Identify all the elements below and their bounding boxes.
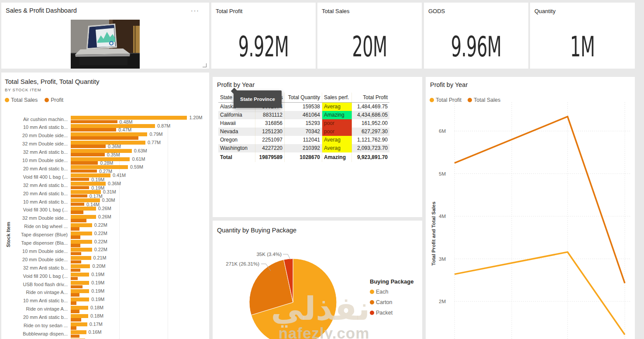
- bar-category-label: 20 mm Double side...: [1, 133, 68, 138]
- sales-bar[interactable]: [71, 207, 96, 211]
- sales-bar[interactable]: [71, 330, 86, 334]
- profit-bar[interactable]: [71, 145, 106, 148]
- kpi-card-gods[interactable]: GODS 9.96M: [424, 3, 528, 69]
- line-series-total-profit[interactable]: [455, 252, 625, 335]
- profit-bar[interactable]: [71, 244, 80, 247]
- more-options-icon[interactable]: ···: [191, 7, 200, 14]
- sales-bar[interactable]: [71, 248, 92, 252]
- sales-perf-cell: Amazing: [322, 111, 352, 119]
- sales-value-label: 0.61M: [132, 157, 145, 162]
- sales-bar[interactable]: [71, 215, 96, 219]
- bar-category-label: Ride on vintage A...: [1, 290, 68, 295]
- legend-dot-icon: [370, 311, 374, 315]
- bar-category-label: 20 mm Anti static b...: [1, 166, 68, 172]
- profit-bar[interactable]: [71, 227, 79, 231]
- sales-bar[interactable]: [71, 173, 110, 177]
- bar-category-label: 20 mm Anti static b...: [1, 191, 68, 197]
- profit-bar[interactable]: [71, 153, 105, 156]
- tooltip-text: State Province: [240, 97, 275, 102]
- sales-bar[interactable]: [71, 322, 87, 326]
- bar-category-label: USB food flash driv...: [1, 282, 68, 287]
- table-cell: 2,093,723.70: [352, 144, 389, 152]
- table-cell: 70342: [285, 128, 322, 136]
- profit-bar[interactable]: [71, 293, 79, 297]
- table-cell: 1251230: [255, 128, 285, 136]
- table-cell: Nevada: [218, 128, 255, 136]
- profit-bar[interactable]: [71, 178, 89, 181]
- kpi-card-quantity[interactable]: Quantity 1M: [530, 3, 635, 69]
- table-cell: 316856: [255, 119, 285, 128]
- kpi-card-total-sales[interactable]: Total Sales 20M: [317, 3, 422, 69]
- profit-bar[interactable]: [71, 260, 81, 264]
- profit-bar[interactable]: [71, 203, 84, 206]
- profit-bar[interactable]: [71, 219, 86, 222]
- table-row[interactable]: Hawaii31685615293poor161,952.00: [218, 119, 389, 128]
- profit-bar[interactable]: [71, 235, 80, 239]
- hover-tooltip: State Province: [234, 90, 282, 108]
- profit-bar[interactable]: [71, 285, 83, 289]
- profit-bar[interactable]: [71, 310, 79, 313]
- profit-bar[interactable]: [71, 335, 79, 338]
- sales-bar[interactable]: [71, 232, 92, 235]
- sales-bar[interactable]: [71, 264, 90, 268]
- legend-item-profit[interactable]: Profit: [45, 97, 63, 103]
- profit-bar[interactable]: [71, 277, 78, 280]
- legend-item-carton[interactable]: Carton: [370, 299, 421, 305]
- legend-item-packet[interactable]: Packet: [370, 310, 421, 316]
- bar-chart-legend: Total Sales Profit: [5, 97, 63, 103]
- sales-perf-cell: poor: [322, 128, 352, 136]
- profit-bar[interactable]: [71, 170, 97, 173]
- bar-category-label: Bubblewrap dispen...: [1, 331, 68, 337]
- kpi-card-total-profit[interactable]: Total Profit 9.92M: [211, 3, 316, 69]
- sales-bar[interactable]: [71, 149, 132, 153]
- table-row[interactable]: Washington4227220210392Averag2,093,723.7…: [218, 144, 389, 152]
- sales-value-label: 0.17M: [90, 322, 103, 327]
- sales-bar[interactable]: [71, 132, 147, 136]
- profit-value-label: 0.19M: [91, 186, 104, 190]
- sales-bar[interactable]: [71, 256, 91, 260]
- sales-bar[interactable]: [71, 306, 88, 310]
- sales-bar[interactable]: [71, 273, 89, 277]
- profit-bar[interactable]: [71, 194, 87, 198]
- dashboard-title-card[interactable]: Sales & Profit Dashboard ···: [1, 3, 209, 69]
- legend-item-total-sales[interactable]: Total Sales: [5, 97, 38, 103]
- bar-category-label: Void fill 200 L bag (...: [1, 273, 68, 279]
- dashboard-title: Sales & Profit Dashboard: [6, 7, 77, 14]
- kpi-value: 1M: [551, 31, 614, 63]
- sales-value-label: 1.20M: [189, 115, 202, 120]
- sales-bar[interactable]: [71, 297, 89, 301]
- profit-bar[interactable]: [71, 161, 98, 165]
- sales-bar[interactable]: [71, 240, 92, 244]
- sales-bar[interactable]: [71, 281, 89, 285]
- legend-item-each[interactable]: Each: [370, 289, 421, 295]
- profit-bar[interactable]: [71, 211, 83, 214]
- profit-bar[interactable]: [71, 128, 116, 131]
- profit-bar[interactable]: [71, 120, 117, 124]
- table-cell: Oregon: [218, 136, 255, 144]
- y-axis-tick-label: 6M: [439, 128, 446, 134]
- sales-bar[interactable]: [71, 289, 89, 293]
- sales-bar[interactable]: [71, 314, 88, 318]
- sales-bar[interactable]: [71, 223, 92, 227]
- profit-bar[interactable]: [71, 186, 89, 190]
- profit-bar[interactable]: [71, 136, 138, 140]
- profit-bar[interactable]: [71, 318, 81, 322]
- table-cell: Washington: [218, 144, 255, 152]
- profit-bar[interactable]: [71, 252, 81, 256]
- year-line-svg: 6M5M4M3M2M: [426, 77, 635, 339]
- sales-value-label: 0.31M: [103, 190, 116, 194]
- profit-bar[interactable]: [71, 326, 76, 330]
- sales-bar[interactable]: [71, 124, 155, 128]
- table-row[interactable]: Oregon2251097112041Averag1,121,762.90: [218, 136, 389, 144]
- table-row[interactable]: California8831112461064Amazing4,434,686.…: [218, 111, 389, 119]
- column-header[interactable]: Total Quantity: [285, 93, 322, 102]
- profit-value-label: 0.19M: [91, 177, 104, 182]
- profit-bar[interactable]: [71, 269, 80, 272]
- column-header[interactable]: Total Profit: [352, 93, 389, 102]
- table-row[interactable]: Nevada125123070342poor627,297.30: [218, 128, 389, 136]
- column-header[interactable]: Sales perf.: [322, 93, 352, 102]
- resize-corner-icon[interactable]: [203, 63, 207, 67]
- profit-bar[interactable]: [71, 301, 76, 305]
- profit-value-label: 0.47M: [118, 128, 131, 132]
- state-table-total-row[interactable]: Total198795891028670Amazing9,923,891.70: [218, 152, 389, 162]
